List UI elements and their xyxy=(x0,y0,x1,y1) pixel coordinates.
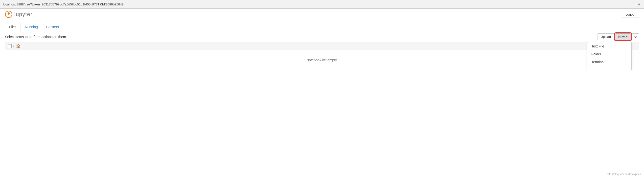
dropdown-notebooks-label: Notebooks xyxy=(587,68,632,70)
jupyter-logo: jupyter xyxy=(5,11,32,18)
new-button-label: New xyxy=(618,35,625,38)
file-list-header: ▾ 🏠 xyxy=(5,42,639,50)
file-list-container: ▾ 🏠 Notebook list empty. xyxy=(5,42,639,70)
jupyter-logo-icon xyxy=(5,11,12,18)
toolbar-right: Upload New ↻ xyxy=(598,33,639,40)
url-bar: localhost:8888/tree?token=2031705799dc7a… xyxy=(3,2,124,6)
tabs: Files Running Clusters xyxy=(5,20,639,31)
empty-message: Notebook list empty. xyxy=(306,58,338,62)
home-icon[interactable]: 🏠 xyxy=(16,44,21,48)
dropdown-item-text-file[interactable]: Text File xyxy=(587,42,632,50)
browser-bar: localhost:8888/tree?token=2031705799dc7a… xyxy=(0,0,644,9)
main-content: Files Running Clusters Select items to p… xyxy=(0,20,644,70)
new-caret-icon xyxy=(626,36,628,37)
star-icon: ★ xyxy=(637,2,641,7)
new-dropdown-menu: Text File Folder Terminal Notebooks Pyth… xyxy=(587,42,632,70)
tab-clusters[interactable]: Clusters xyxy=(42,23,63,31)
jupyter-header: jupyter Logout xyxy=(0,9,644,20)
refresh-button[interactable]: ↻ xyxy=(632,33,639,40)
upload-button[interactable]: Upload xyxy=(598,33,614,40)
jupyter-logo-text: jupyter xyxy=(14,11,32,18)
select-info-text: Select items to perform actions on them. xyxy=(5,35,67,39)
select-all-checkbox-area: ▾ xyxy=(8,44,14,48)
toolbar-area: Select items to perform actions on them.… xyxy=(5,31,639,42)
file-list-empty: Notebook list empty. xyxy=(5,50,639,70)
dropdown-item-folder[interactable]: Folder xyxy=(587,50,632,58)
tab-running[interactable]: Running xyxy=(21,23,42,31)
dropdown-item-terminal[interactable]: Terminal xyxy=(587,58,632,66)
checkbox-dropdown-arrow[interactable]: ▾ xyxy=(12,45,14,48)
dropdown-divider xyxy=(587,67,632,67)
refresh-icon: ↻ xyxy=(634,35,637,38)
logout-button[interactable]: Logout xyxy=(622,11,639,18)
new-button[interactable]: New xyxy=(615,33,631,40)
tab-files[interactable]: Files xyxy=(5,23,21,31)
select-all-checkbox[interactable] xyxy=(8,44,12,48)
